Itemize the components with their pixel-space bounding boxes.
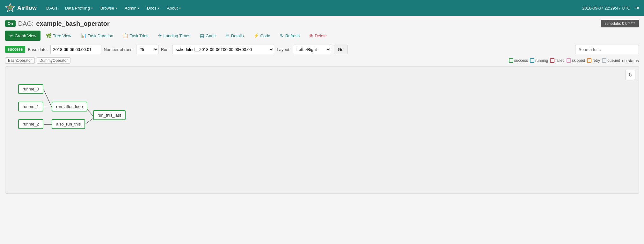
nav-item-admin: Admin ▾ [121,4,143,12]
dag-label: DAG: [18,20,34,27]
chevron-down-icon: ▾ [138,6,139,10]
svg-line-7 [84,118,93,125]
tab-duration-label: Task Duration [88,33,113,38]
queued-label: queued [607,58,620,63]
legend-row: BashOperator DummyOperator success runni… [5,57,639,64]
failed-dot [550,58,554,63]
tab-refresh-label: Refresh [285,33,300,38]
dag-edges-svg [5,67,639,193]
nav-link-admin[interactable]: Admin ▾ [121,4,143,12]
dag-title-area: On DAG: example_bash_operator [5,20,110,27]
tab-details[interactable]: ☰ Details [221,31,248,41]
status-badge: success [5,46,25,53]
tab-code-label: Code [260,33,270,38]
status-retry: retry [587,58,600,63]
tab-tree-label: Tree View [53,33,71,38]
navbar-right: 2018-09-07 22:29:47 UTC ⇥ [582,4,639,11]
tab-delete[interactable]: ⊗ Delete [305,31,331,41]
nav-item-about: About ▾ [164,4,184,12]
brand-link[interactable]: Airflow [5,3,37,13]
run-select[interactable]: scheduled__2018-09-06T00:00:00+00:00 [172,45,274,54]
schedule-badge: schedule: 0 0 * * * [601,20,639,27]
tab-landing-times[interactable]: ✈ Landing Times [154,31,195,41]
layout-select[interactable]: Left->Right [293,45,331,54]
status-success: success [509,58,528,63]
tab-refresh[interactable]: ↻ Refresh [276,31,304,41]
status-skipped: skipped [567,58,585,63]
running-label: running [535,58,548,63]
retry-dot [587,58,591,63]
nav-link-dags[interactable]: DAGs [43,4,61,12]
operator-tag-dummy[interactable]: DummyOperator [37,57,71,64]
skipped-label: skipped [572,58,585,63]
base-date-input[interactable] [50,45,101,54]
tab-tree-view[interactable]: 🌿 Tree View [42,31,76,41]
nav-item-data-profiling: Data Profiling ▾ [62,4,96,12]
runs-label: Number of runs: [104,47,134,52]
svg-line-3 [44,90,52,107]
chevron-down-icon: ▾ [115,6,117,10]
search-input[interactable] [575,45,639,54]
tab-code[interactable]: ⚡ Code [249,31,274,41]
tab-graph-view[interactable]: ✳ Graph View [5,31,40,41]
skipped-dot [567,58,571,63]
base-date-label: Base date: [28,47,48,52]
tab-task-duration[interactable]: 📊 Task Duration [77,31,117,41]
tab-gantt[interactable]: ▤ Gantt [196,31,220,41]
tree-icon: 🌿 [46,33,51,38]
graph-refresh-button[interactable]: ↻ [625,70,635,80]
nav-link-browse[interactable]: Browse ▾ [97,4,120,12]
tab-details-label: Details [231,33,244,38]
graph-canvas: ↻ runme_0 runme_1 runme_2 run_after_loop… [5,66,639,194]
dag-node-runme-1[interactable]: runme_1 [18,102,43,111]
dag-node-also-run-this[interactable]: also_run_this [52,119,85,129]
chevron-down-icon: ▾ [158,6,159,10]
nav-menu: DAGs Data Profiling ▾ Browse ▾ Admin ▾ D… [43,4,582,12]
nav-item-docs: Docs ▾ [144,4,163,12]
queued-dot [602,58,606,63]
airflow-logo [5,3,15,13]
logout-icon[interactable]: ⇥ [634,4,639,11]
status-queued: queued [602,58,620,63]
tab-delete-label: Delete [315,33,327,38]
nav-link-data-profiling[interactable]: Data Profiling ▾ [62,4,96,12]
duration-icon: 📊 [81,33,86,38]
graph-icon: ✳ [9,33,13,38]
dag-header: On DAG: example_bash_operator schedule: … [5,20,639,27]
chevron-down-icon: ▾ [179,6,181,10]
operator-tag-bash[interactable]: BashOperator [5,57,35,64]
page-content: On DAG: example_bash_operator schedule: … [0,16,644,197]
go-button[interactable]: Go [334,45,348,54]
on-badge[interactable]: On [5,20,16,27]
success-label: success [514,58,528,63]
dag-node-run-this-last[interactable]: run_this_last [93,110,126,120]
tab-graph-label: Graph View [15,33,36,38]
nav-item-dags: DAGs [43,4,61,12]
dag-node-run-after-loop[interactable]: run_after_loop [52,102,87,111]
tab-tries-label: Task Tries [130,33,149,38]
tab-task-tries[interactable]: 📋 Task Tries [119,31,153,41]
landing-icon: ✈ [158,33,162,38]
tab-landing-label: Landing Times [164,33,191,38]
gantt-icon: ▤ [200,33,204,38]
datetime-display: 2018-09-07 22:29:47 UTC [582,6,630,11]
runs-select[interactable]: 25 [136,45,158,54]
success-dot [509,58,513,63]
details-icon: ☰ [225,33,230,38]
nav-link-about[interactable]: About ▾ [164,4,184,12]
tab-bar: ✳ Graph View 🌿 Tree View 📊 Task Duration… [5,31,639,41]
nav-link-docs[interactable]: Docs ▾ [144,4,163,12]
chevron-down-icon: ▾ [91,6,93,10]
brand-text: Airflow [17,5,37,11]
code-icon: ⚡ [253,33,259,38]
dag-node-runme-2[interactable]: runme_2 [18,119,43,129]
status-legend: success running failed skipped retry que… [509,58,639,63]
navbar: Airflow DAGs Data Profiling ▾ Browse ▾ A… [0,0,644,16]
operator-tags: BashOperator DummyOperator [5,57,70,64]
nav-item-browse: Browse ▾ [97,4,120,12]
run-label: Run: [161,47,170,52]
tab-gantt-label: Gantt [206,33,216,38]
refresh-icon: ↻ [280,33,284,38]
dag-name: example_bash_operator [36,20,110,27]
dag-node-runme-0[interactable]: runme_0 [18,84,43,94]
